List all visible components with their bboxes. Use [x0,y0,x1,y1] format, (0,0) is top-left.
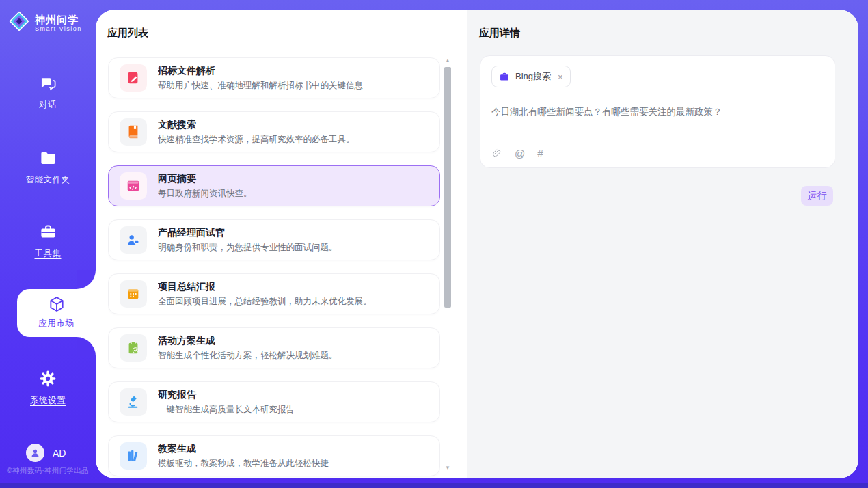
app-card-tile [120,388,147,416]
cube-icon [48,295,66,313]
app-card[interactable]: 教案生成 模板驱动，教案秒成，教学准备从此轻松快捷 [108,435,440,476]
app-card-tile [120,280,147,308]
app-card-desc: 帮助用户快速、准确地理解和解析招标书中的关键信息 [158,80,363,92]
sidebar-item-chat[interactable]: 对话 [0,74,96,111]
avatar [26,444,44,462]
sidebar-item-label: 智能文件夹 [0,174,96,186]
prompt-card: Bing搜索 × 今日湖北有哪些新闻要点？有哪些需要关注的最新政策？ @ # [480,55,835,168]
app-card-title: 产品经理面试官 [158,227,338,239]
app-card-title: 文献搜索 [158,119,355,131]
brand-gem-icon [9,11,29,34]
sidebar-item-label: 对话 [0,99,96,111]
microscope-icon [126,394,141,409]
app-card[interactable]: 项目总结汇报 全面回顾项目进展，总结经验教训，助力未来优化发展。 [108,273,440,314]
app-list-panel: 应用列表 招标文件解析 帮助用户快速、准确地理解和解析招标书中的关键信息 文献搜… [96,10,467,478]
sidebar-item-smart-folder[interactable]: 智能文件夹 [0,149,96,186]
folder-icon [39,149,57,167]
window-bottom-edge [0,483,868,488]
app-card-tile [120,442,147,470]
copyright-text: ©神州数码·神州问学出品 [0,466,96,476]
sidebar-item-app-market[interactable]: 应用市场 [17,289,96,337]
close-icon[interactable]: × [558,72,563,82]
calendar-icon [126,286,141,301]
sidebar-item-label: 应用市场 [17,318,96,329]
book-icon [126,124,141,139]
scrollbar-thumb[interactable] [444,67,451,308]
brand-name: 神州问学 [35,14,82,25]
app-card[interactable]: 招标文件解析 帮助用户快速、准确地理解和解析招标书中的关键信息 [108,57,440,98]
browser-code-icon [126,178,141,193]
app-card-tile [120,334,147,362]
prompt-toolbar: @ # [491,148,543,159]
app-list-title: 应用列表 [107,27,148,40]
app-card-title: 教案生成 [158,443,329,455]
books-icon [126,448,141,463]
app-detail-title: 应用详情 [479,27,520,40]
app-detail-panel: 应用详情 Bing搜索 × 今日湖北有哪些新闻要点？有哪些需要关注的最新政策？ … [467,10,858,478]
app-card-desc: 模板驱动，教案秒成，教学准备从此轻松快捷 [158,458,329,470]
app-card[interactable]: 文献搜索 快速精准查找学术资源，提高研究效率的必备工具。 [108,111,440,152]
app-card-title: 活动方案生成 [158,335,338,347]
tool-tag-label: Bing搜索 [515,70,551,83]
scroll-down-icon[interactable]: ▼ [444,465,452,472]
app-card-desc: 全面回顾项目进展，总结经验教训，助力未来优化发展。 [158,296,372,308]
gear-icon [38,369,57,388]
app-card-tile [120,226,147,254]
app-card-title: 项目总结汇报 [158,281,372,293]
bubble-curve-top [77,270,96,289]
app-card[interactable]: 活动方案生成 智能生成个性化活动方案，轻松解决规划难题。 [108,327,440,368]
paperclip-icon[interactable] [491,148,502,159]
tool-tag-bing-search[interactable]: Bing搜索 × [491,66,571,87]
app-list-scrollbar[interactable]: ▲ ▼ [444,57,452,472]
app-card[interactable]: 产品经理面试官 明确身份和职责，为您提供专业性的面试问题。 [108,219,440,260]
app-card-title: 招标文件解析 [158,65,363,77]
brand-subtitle: Smart Vision [35,25,82,32]
user-account[interactable]: AD [26,444,66,462]
app-card-title: 网页摘要 [158,173,252,185]
app-card-desc: 明确身份和职责，为您提供专业性的面试问题。 [158,242,338,254]
app-card-list: 招标文件解析 帮助用户快速、准确地理解和解析招标书中的关键信息 文献搜索 快速精… [108,57,440,478]
prompt-input[interactable]: 今日湖北有哪些新闻要点？有哪些需要关注的最新政策？ [491,105,824,119]
app-card-desc: 一键智能生成高质量长文本研究报告 [158,404,295,416]
content-shell: 应用列表 招标文件解析 帮助用户快速、准确地理解和解析招标书中的关键信息 文献搜… [96,10,858,478]
run-button[interactable]: 运行 [801,186,833,206]
app-card-desc: 智能生成个性化活动方案，轻松解决规划难题。 [158,350,338,362]
hash-tag-icon[interactable]: # [537,148,543,159]
clipboard-check-icon [126,340,141,355]
app-card-tile [120,64,147,92]
sidebar-item-label: 系统设置 [0,395,96,407]
bubble-curve-bottom [77,337,96,356]
sidebar-item-toolset[interactable]: 工具集 [0,223,96,260]
scroll-up-icon[interactable]: ▲ [444,57,452,64]
sidebar: 神州问学 Smart Vision 对话 智能文件夹 工具集 应用市场 系统设置 [0,0,96,488]
app-card-desc: 快速精准查找学术资源，提高研究效率的必备工具。 [158,134,355,146]
at-mention-icon[interactable]: @ [515,148,525,159]
app-card-title: 研究报告 [158,389,295,401]
user-initials: AD [53,448,66,459]
app-card-tile [120,118,147,146]
app-card-desc: 每日政府新闻资讯快查。 [158,188,252,200]
app-card[interactable]: 网页摘要 每日政府新闻资讯快查。 [108,165,440,206]
sidebar-item-label: 工具集 [0,248,96,260]
chat-icon [39,74,57,92]
brand-logo: 神州问学 Smart Vision [9,11,82,34]
interviewer-icon [126,232,141,247]
app-card[interactable]: 研究报告 一键智能生成高质量长文本研究报告 [108,381,440,422]
app-card-tile [120,172,147,200]
sidebar-item-settings[interactable]: 系统设置 [0,369,96,407]
toolbox-icon [38,223,58,241]
briefcase-icon [499,72,510,82]
document-edit-icon [126,70,141,85]
